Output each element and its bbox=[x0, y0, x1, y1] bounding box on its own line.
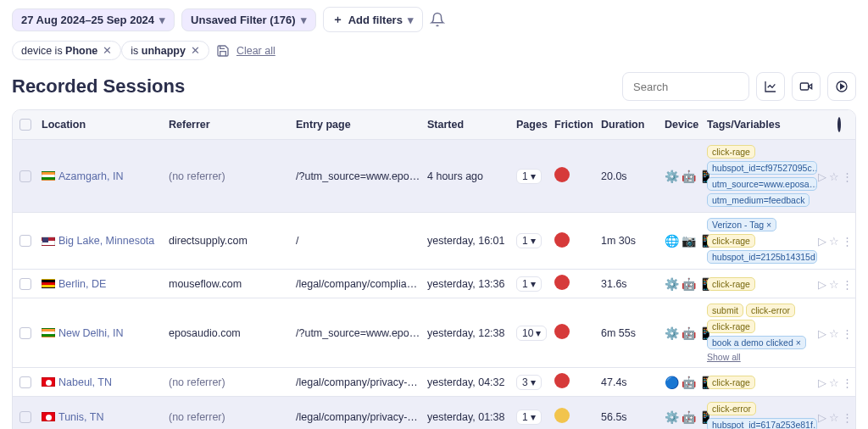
pages-dropdown[interactable]: 1 ▾ bbox=[516, 233, 542, 248]
tag[interactable]: click-error bbox=[746, 304, 795, 317]
pages-dropdown[interactable]: 1 ▾ bbox=[516, 169, 542, 184]
video-button[interactable] bbox=[792, 72, 821, 101]
duration-cell: 1m 30s bbox=[598, 235, 661, 247]
play-icon[interactable]: ▷ bbox=[818, 327, 826, 339]
clear-all-link[interactable]: Clear all bbox=[236, 45, 275, 57]
table-row[interactable]: Azamgarh, IN (no referrer) /?utm_source=… bbox=[13, 139, 855, 212]
tag[interactable]: hubspot_id=2125b14315d… bbox=[707, 250, 817, 264]
chevron-down-icon: ▾ bbox=[408, 14, 414, 26]
col-device[interactable]: Device bbox=[661, 119, 704, 131]
row-checkbox[interactable] bbox=[19, 170, 31, 182]
col-entry[interactable]: Entry page bbox=[292, 119, 424, 131]
tag[interactable]: utm_source=www.eposa… bbox=[707, 177, 817, 191]
close-icon[interactable]: ✕ bbox=[103, 44, 112, 57]
more-icon[interactable]: ⋮ bbox=[842, 327, 853, 339]
row-checkbox[interactable] bbox=[19, 235, 31, 247]
row-checkbox[interactable] bbox=[19, 278, 31, 290]
show-all-link[interactable]: Show all bbox=[707, 352, 741, 362]
android-icon: 🤖 bbox=[682, 170, 696, 183]
location-link[interactable]: New Delhi, IN bbox=[58, 327, 123, 339]
camera-icon: 📷 bbox=[682, 234, 696, 248]
tag[interactable]: click-error bbox=[707, 402, 756, 415]
bell-icon[interactable] bbox=[430, 12, 445, 27]
chevron-down-icon: ▾ bbox=[531, 170, 536, 182]
more-icon[interactable]: ⋮ bbox=[842, 278, 853, 290]
col-duration[interactable]: Duration bbox=[598, 119, 661, 131]
tag[interactable]: click-rage bbox=[707, 277, 755, 291]
flag-icon bbox=[42, 328, 55, 337]
row-checkbox[interactable] bbox=[19, 376, 31, 388]
play-icon[interactable]: ▷ bbox=[818, 411, 826, 423]
col-started[interactable]: Started bbox=[424, 119, 513, 131]
pages-dropdown[interactable]: 10 ▾ bbox=[516, 326, 547, 341]
row-checkbox[interactable] bbox=[19, 327, 31, 339]
more-icon[interactable]: ⋮ bbox=[842, 411, 853, 423]
col-tags[interactable]: Tags/Variables bbox=[704, 119, 822, 131]
save-icon[interactable] bbox=[216, 44, 230, 58]
table-row[interactable]: Tunis, TN (no referrer) /legal/company/p… bbox=[13, 396, 855, 429]
tag[interactable]: click-rage bbox=[707, 376, 755, 389]
chevron-down-icon: ▾ bbox=[531, 235, 536, 247]
table-row[interactable]: New Delhi, IN eposaudio.com /?utm_source… bbox=[13, 298, 855, 367]
location-link[interactable]: Berlin, DE bbox=[58, 278, 106, 290]
star-icon[interactable]: ☆ bbox=[829, 327, 839, 339]
star-icon[interactable]: ☆ bbox=[829, 411, 839, 423]
friction-angry-icon bbox=[554, 275, 570, 290]
location-link[interactable]: Tunis, TN bbox=[58, 411, 104, 423]
chart-button[interactable] bbox=[756, 72, 785, 101]
referrer-cell: (no referrer) bbox=[165, 170, 292, 182]
tag[interactable]: hubspot_id=cf97527095c… bbox=[707, 161, 817, 175]
star-icon[interactable]: ☆ bbox=[829, 235, 839, 247]
pages-dropdown[interactable]: 1 ▾ bbox=[516, 276, 542, 292]
table-row[interactable]: Big Lake, Minnesota directsupply.com / y… bbox=[13, 212, 855, 269]
tag[interactable]: Verizon - Tag × bbox=[707, 218, 776, 231]
col-friction[interactable]: Friction bbox=[551, 119, 598, 131]
tag[interactable]: click-rage bbox=[707, 145, 755, 159]
location-link[interactable]: Azamgarh, IN bbox=[58, 170, 123, 182]
select-all-checkbox[interactable] bbox=[19, 119, 31, 131]
more-icon[interactable]: ⋮ bbox=[842, 170, 853, 182]
tag[interactable]: hubspot_id=617a253e81f… bbox=[707, 418, 817, 429]
device-cell: ⚙️🤖📱 bbox=[661, 326, 704, 340]
filter-chip[interactable]: device is Phone✕ bbox=[12, 41, 121, 60]
close-icon[interactable]: × bbox=[766, 220, 771, 230]
refresh-icon[interactable] bbox=[837, 117, 841, 132]
more-icon[interactable]: ⋮ bbox=[842, 235, 853, 247]
chevron-down-icon: ▾ bbox=[536, 327, 541, 339]
location-link[interactable]: Big Lake, Minnesota bbox=[58, 235, 154, 247]
duration-cell: 20.0s bbox=[598, 170, 661, 182]
search-box[interactable] bbox=[622, 72, 749, 101]
tag[interactable]: utm_medium=feedback bbox=[707, 193, 810, 207]
col-referrer[interactable]: Referrer bbox=[165, 119, 292, 131]
play-icon[interactable]: ▷ bbox=[818, 376, 826, 388]
referrer-cell: directsupply.com bbox=[165, 235, 292, 247]
add-filters-button[interactable]: ＋ Add filters ▾ bbox=[323, 7, 423, 32]
row-checkbox[interactable] bbox=[19, 411, 31, 423]
row-actions: ▷ ☆ ⋮ bbox=[822, 235, 855, 247]
star-icon[interactable]: ☆ bbox=[829, 376, 839, 388]
play-icon[interactable]: ▷ bbox=[818, 170, 826, 182]
close-icon[interactable]: × bbox=[796, 337, 801, 348]
table-row[interactable]: Berlin, DE mouseflow.com /legal/company/… bbox=[13, 269, 855, 298]
star-icon[interactable]: ☆ bbox=[829, 170, 839, 182]
date-range-picker[interactable]: 27 Aug 2024–25 Sep 2024 ▾ bbox=[12, 8, 175, 31]
play-button[interactable] bbox=[827, 72, 856, 101]
more-icon[interactable]: ⋮ bbox=[842, 376, 853, 388]
col-location[interactable]: Location bbox=[38, 119, 165, 131]
col-pages[interactable]: Pages bbox=[513, 119, 551, 131]
pages-dropdown[interactable]: 3 ▾ bbox=[516, 375, 542, 390]
star-icon[interactable]: ☆ bbox=[829, 278, 839, 290]
location-link[interactable]: Nabeul, TN bbox=[58, 376, 112, 388]
pages-dropdown[interactable]: 1 ▾ bbox=[516, 410, 542, 425]
filter-chip[interactable]: is unhappy✕ bbox=[121, 41, 209, 60]
play-icon[interactable]: ▷ bbox=[818, 278, 826, 290]
tag[interactable]: book a demo clicked × bbox=[707, 336, 806, 349]
table-row[interactable]: Nabeul, TN (no referrer) /legal/company/… bbox=[13, 367, 855, 396]
play-icon[interactable]: ▷ bbox=[818, 235, 826, 247]
heading-row: Recorded Sessions bbox=[12, 72, 856, 101]
filter-dropdown[interactable]: Unsaved Filter (176) ▾ bbox=[181, 8, 316, 31]
close-icon[interactable]: ✕ bbox=[191, 44, 200, 57]
tag[interactable]: click-rage bbox=[707, 320, 755, 333]
tag[interactable]: click-rage bbox=[707, 234, 755, 248]
tag[interactable]: submit bbox=[707, 304, 743, 317]
